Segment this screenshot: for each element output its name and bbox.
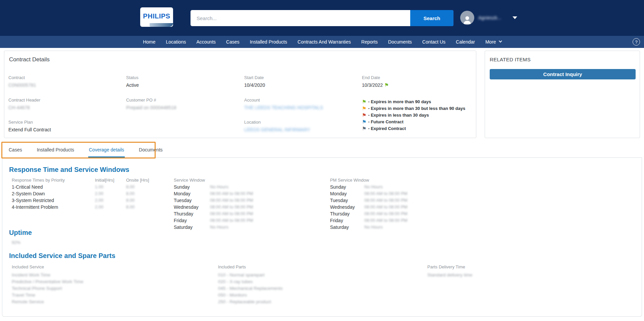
- column-header: Onsite [Hrs]: [126, 177, 174, 184]
- uptime-value: 92%: [12, 240, 20, 245]
- tab-label: Coverage details: [89, 147, 124, 152]
- nav-item-cases[interactable]: Cases: [226, 39, 239, 45]
- list-item: 020 - X-ray tubes: [218, 278, 362, 285]
- table-cell: 2.00: [95, 197, 126, 204]
- philips-logo[interactable]: PHILIPS: [140, 7, 173, 27]
- service-plan-label: Service Plan: [8, 119, 33, 125]
- contract-value: C0N0005781: [8, 82, 36, 88]
- main-nav: Home Locations Accounts Cases Installed …: [0, 36, 644, 48]
- day-hours: No Hours: [210, 224, 274, 231]
- list-item: Predictive / Preventative Work Time: [12, 278, 156, 285]
- tab-installed-products[interactable]: Installed Products: [36, 143, 75, 157]
- record-tabs: Cases Installed Products Coverage detail…: [2, 143, 642, 158]
- start-date-value: 10/4/2020: [244, 82, 265, 88]
- day-hours: 08:00 AM to 08:00 PM: [364, 217, 428, 224]
- contract-header-label: Contract Header: [8, 97, 40, 103]
- person-icon: [462, 15, 472, 25]
- day-hours: No Hours: [364, 184, 428, 190]
- contract-label: Contract: [8, 74, 25, 80]
- service-window-header: Service Window: [174, 177, 210, 184]
- table-cell: 2.00: [95, 190, 126, 197]
- day-label: Tuesday: [330, 197, 364, 204]
- end-date-label: End Date: [362, 74, 380, 80]
- day-label: Thursday: [174, 210, 210, 217]
- flag-icon-green: ⚑: [384, 82, 389, 88]
- column-header: Response Times by Priority: [12, 177, 95, 184]
- nav-item-accounts[interactable]: Accounts: [196, 39, 216, 45]
- flag-icon-orange: ⚑: [362, 106, 366, 111]
- location-label: Location: [244, 119, 261, 125]
- tab-cases[interactable]: Cases: [8, 143, 23, 157]
- table-cell: 2.00: [95, 204, 126, 210]
- tab-coverage-details[interactable]: Coverage details: [88, 143, 125, 157]
- nav-item-calendar[interactable]: Calendar: [456, 39, 475, 45]
- philips-logo-shield: [150, 23, 173, 27]
- related-items-title: RELATED ITEMS: [490, 57, 531, 62]
- legend-item: ⚑ - Expires in more than 90 days: [362, 98, 465, 105]
- table-cell: 8.00: [126, 197, 174, 204]
- day-label: Saturday: [330, 224, 364, 231]
- search-button[interactable]: Search: [410, 10, 453, 26]
- day-hours: 08:00 AM to 08:00 PM: [364, 210, 428, 217]
- nav-item-home[interactable]: Home: [143, 39, 155, 45]
- included-service-label: Included Service: [12, 264, 156, 269]
- tab-label: Installed Products: [37, 147, 74, 152]
- day-hours: 08:00 AM to 08:00 PM: [364, 197, 428, 204]
- day-label: Friday: [330, 217, 364, 224]
- help-icon[interactable]: ?: [633, 38, 640, 46]
- list-item: 045 - Mechanical Replacements: [218, 285, 362, 292]
- list-item: Technical Phone Support: [12, 285, 156, 292]
- nav-item-documents[interactable]: Documents: [388, 39, 412, 45]
- nav-item-installed-products[interactable]: Installed Products: [250, 39, 287, 45]
- day-hours: 08:00 AM to 08:00 PM: [364, 190, 428, 197]
- search-input[interactable]: [191, 10, 410, 26]
- coverage-details-content: Response Time and Service Windows Respon…: [2, 158, 642, 317]
- nav-item-more[interactable]: More: [485, 39, 501, 45]
- account-link[interactable]: THE LEEDS TEACHING HOSPITALS: [244, 105, 323, 111]
- flag-icon-blue: ⚑: [362, 119, 366, 124]
- nav-item-contracts-warranties[interactable]: Contracts And Warranties: [298, 39, 351, 45]
- included-service-list: Included Service Incident Work Time Pred…: [12, 264, 156, 305]
- nav-item-more-label: More: [485, 39, 496, 45]
- day-hours: 08:00 AM to 08:00 PM: [210, 210, 274, 217]
- tab-documents[interactable]: Documents: [138, 143, 163, 157]
- table-cell: 8.00: [126, 204, 174, 210]
- contract-details-panel: Contract Details Contract C0N0005781 Sta…: [4, 51, 476, 138]
- day-label: Wednesday: [330, 204, 364, 210]
- day-label: Wednesday: [174, 204, 210, 210]
- customer-po-value: Prepaid on 0000448518: [126, 105, 176, 111]
- tab-label: Documents: [139, 147, 163, 152]
- day-label: Saturday: [174, 224, 210, 231]
- table-row-label: 2-System Down: [12, 190, 95, 197]
- nav-item-locations[interactable]: Locations: [166, 39, 186, 45]
- account-label: Account: [244, 97, 260, 103]
- legend-item: ⚑ - Future Contract: [362, 118, 465, 125]
- day-hours: 08:00 AM to 08:00 PM: [210, 197, 274, 204]
- table-cell: 1.00: [95, 184, 126, 190]
- user-name: Agnieszk...: [478, 15, 501, 20]
- included-parts-list: Included Parts 010 - Normal sparepart 02…: [218, 264, 362, 305]
- nav-items: Home Locations Accounts Cases Installed …: [0, 36, 644, 48]
- user-menu[interactable]: Agnieszk...: [460, 9, 517, 26]
- list-item: Incident Work Time: [12, 272, 156, 278]
- day-label: Thursday: [330, 210, 364, 217]
- included-parts-label: Included Parts: [218, 264, 362, 269]
- nav-item-contact-us[interactable]: Contact Us: [422, 39, 445, 45]
- tab-label: Cases: [9, 147, 22, 152]
- day-label: Sunday: [174, 184, 210, 190]
- day-label: Friday: [174, 217, 210, 224]
- service-plan-value: Extend Full Contract: [8, 127, 51, 133]
- response-times-table: Response Times by Priority Initial[Hrs] …: [12, 177, 174, 210]
- flag-icon-gray: ⚑: [362, 126, 366, 131]
- location-link[interactable]: LEEDS GENERAL INFIRMARY: [244, 127, 310, 133]
- service-window-table: Service Window Sunday No Hours Monday 08…: [174, 177, 274, 231]
- nav-item-reports[interactable]: Reports: [361, 39, 378, 45]
- legend-item: ⚑ - Expires in more than 30 but less tha…: [362, 105, 465, 112]
- list-item: Remote Service: [12, 299, 156, 305]
- flag-legend: ⚑ - Expires in more than 90 days ⚑ - Exp…: [362, 98, 465, 132]
- table-row-label: 4-Intermittent Problem: [12, 204, 95, 210]
- contract-inquiry-button[interactable]: Contract Inquiry: [490, 69, 636, 79]
- table-row-label: 1-Critical Need: [12, 184, 95, 190]
- list-item: Travel Time: [12, 292, 156, 299]
- customer-po-label: Customer PO #: [126, 97, 156, 103]
